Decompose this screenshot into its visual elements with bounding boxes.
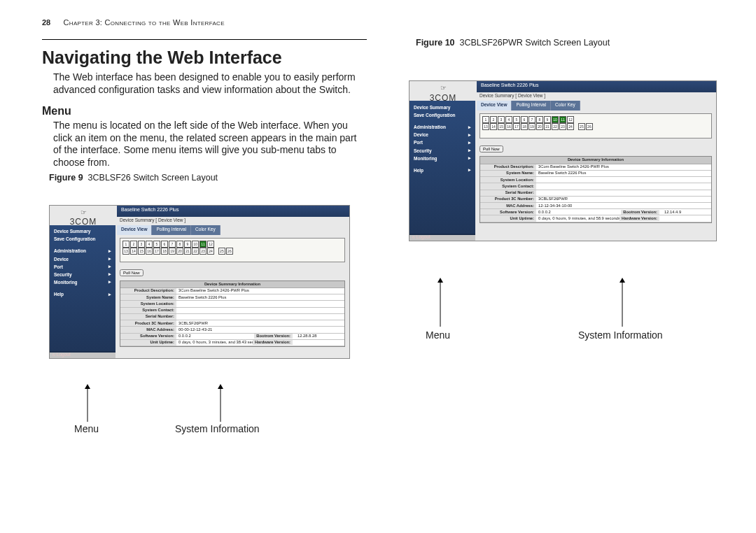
tab-colorkey[interactable]: Color Key: [191, 225, 220, 235]
annot-sysinfo: System Information: [578, 329, 663, 342]
main-panel: Device View Polling Interval Color Key 1…: [117, 225, 348, 357]
figure9-screenshot: ☞3COM Baseline Switch 2226 Plus Device S…: [49, 205, 350, 359]
svg-marker-3: [85, 384, 90, 389]
chapter-title: Chapter 3: Connecting to the Web Interfa…: [64, 18, 225, 27]
window-title: Baseline Switch 2226 Plus: [477, 81, 716, 92]
port-panel: 123456789101112 131415161718192021222324…: [120, 238, 345, 263]
poll-now-button[interactable]: Poll Now: [120, 269, 144, 276]
sidebar-item-device[interactable]: Device▸: [52, 255, 113, 263]
page-number: 28: [42, 18, 50, 27]
table-header: Device Summary Information: [480, 157, 711, 164]
sidebar-item-monitoring[interactable]: Monitoring▸: [412, 155, 472, 162]
svg-marker-11: [620, 278, 625, 283]
sidebar-item-help[interactable]: Help▸: [52, 291, 113, 299]
section-rule: [42, 39, 367, 40]
sidebar-item-monitoring[interactable]: Monitoring▸: [52, 278, 113, 286]
sidebar-item-help[interactable]: Help▸: [412, 166, 472, 174]
svg-marker-5: [218, 384, 223, 389]
tab-polling[interactable]: Polling Interval: [512, 101, 551, 111]
sidebar-item-security[interactable]: Security▸: [412, 147, 472, 155]
figure9-number: Figure 9: [49, 173, 83, 183]
device-summary-table: Device Summary Information Product Descr…: [479, 156, 712, 222]
menu-heading: Menu: [42, 104, 367, 118]
arrow-up-icon: [619, 278, 626, 327]
svg-marker-9: [438, 278, 443, 283]
sidebar-item-port[interactable]: Port▸: [52, 263, 113, 271]
section-heading: Navigating the Web Interface: [42, 47, 367, 69]
menu-paragraph: The menu is located on the left side of …: [53, 120, 367, 169]
tab-device-view[interactable]: Device View: [477, 101, 512, 111]
annot-sysinfo: System Information: [175, 423, 260, 436]
logout-link[interactable]: ⎋ Logout: [50, 351, 115, 358]
figure10-screenshot: ☞3COM Baseline Switch 2226 Plus Device S…: [409, 80, 717, 241]
figure10-caption: Figure 10 3CBLSF26PWR Switch Screen Layo…: [416, 38, 734, 49]
arrow-up-icon: [84, 384, 91, 422]
table-header: Device Summary Information: [120, 281, 344, 288]
sidebar-item-port[interactable]: Port▸: [412, 139, 472, 147]
intro-paragraph: The Web interface has been designed to e…: [53, 71, 367, 96]
arrow-up-icon: [437, 278, 444, 327]
sidebar-item-device[interactable]: Device▸: [412, 132, 472, 139]
sidebar-item-admin[interactable]: Administration▸: [52, 248, 113, 255]
tab-bar: Device View Polling Interval Color Key: [117, 225, 348, 235]
figure10-number: Figure 10: [416, 38, 455, 48]
tab-polling[interactable]: Polling Interval: [152, 225, 191, 235]
tab-device-view[interactable]: Device View: [117, 225, 152, 235]
figure9-title: 3CBLSF26 Switch Screen Layout: [88, 173, 218, 183]
poll-now-button[interactable]: Poll Now: [479, 145, 503, 152]
sidebar-item-admin[interactable]: Administration▸: [412, 124, 472, 132]
tab-bar: Device View Polling Interval Color Key: [477, 101, 715, 111]
sidebar-item-summary[interactable]: Device Summary: [412, 104, 472, 111]
window-title: Baseline Switch 2226 Plus: [117, 206, 349, 217]
sidebar-menu: Device Summary Save Configuration Admini…: [50, 225, 115, 353]
sidebar-item-security[interactable]: Security▸: [52, 271, 113, 278]
logout-link[interactable]: ⎋ Logout: [410, 234, 475, 241]
annot-menu: Menu: [426, 329, 450, 342]
tab-colorkey[interactable]: Color Key: [551, 101, 580, 111]
figure9-caption: Figure 9 3CBLSF26 Switch Screen Layout: [49, 173, 367, 184]
running-header: 28 Chapter 3: Connecting to the Web Inte…: [42, 18, 734, 28]
port-panel: 123456789101112 131415161718192021222324…: [479, 113, 712, 138]
sidebar-menu: Device Summary Save Configuration Admini…: [410, 101, 475, 235]
sidebar-item-save[interactable]: Save Configuration: [52, 236, 113, 243]
arrow-up-icon: [217, 384, 224, 422]
annot-menu: Menu: [74, 423, 99, 436]
device-summary-table: Device Summary Information Product Descr…: [120, 280, 345, 347]
main-panel: Device View Polling Interval Color Key 1…: [477, 101, 715, 239]
sidebar-item-save[interactable]: Save Configuration: [412, 112, 472, 120]
figure10-title: 3CBLSF26PWR Switch Screen Layout: [460, 38, 610, 48]
sidebar-item-summary[interactable]: Device Summary: [52, 228, 113, 236]
